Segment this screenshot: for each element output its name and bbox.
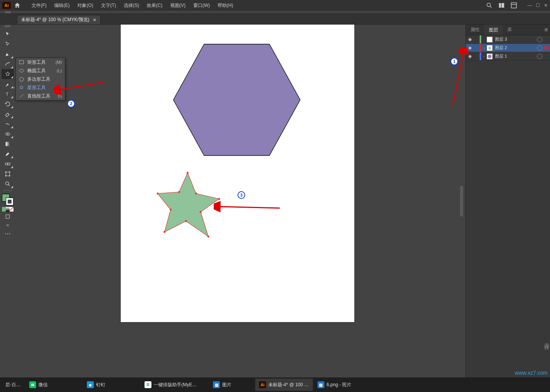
taskbar-item[interactable]: Ai未标题-4* @ 100 … xyxy=(255,379,313,391)
menu-view[interactable]: 视图(V) xyxy=(166,1,189,10)
shape-builder-tool-icon[interactable] xyxy=(2,129,14,139)
artboard[interactable] xyxy=(121,25,354,322)
taskbar-item[interactable]: ▨图片 xyxy=(209,379,235,391)
zoom-tool-icon[interactable] xyxy=(2,179,14,189)
menu-help[interactable]: 帮助(H) xyxy=(214,1,237,10)
taskbar-item[interactable]: ✉微信 xyxy=(25,379,52,391)
menu-object[interactable]: 对象(O) xyxy=(73,1,97,10)
menu-select[interactable]: 选择(S) xyxy=(120,1,143,10)
arrange-docs-icon[interactable] xyxy=(498,2,505,9)
expand-arrow-icon[interactable]: › xyxy=(481,46,487,50)
fill-stroke-color-icon[interactable] xyxy=(2,194,13,205)
paintbrush-tool-icon[interactable] xyxy=(2,79,14,89)
blend-tool-icon[interactable] xyxy=(2,159,14,169)
home-icon[interactable] xyxy=(14,2,21,9)
menu-file[interactable]: 文件(F) xyxy=(28,1,50,10)
visibility-toggle-icon[interactable]: ◉ xyxy=(466,45,474,50)
vertical-scrollbar[interactable] xyxy=(460,186,463,217)
svg-point-17 xyxy=(20,69,24,72)
draw-mode-icon[interactable] xyxy=(2,212,14,222)
taskbar-label: 微信 xyxy=(38,382,48,388)
target-icon[interactable] xyxy=(537,54,542,59)
layer-row[interactable]: ◉ › 图层 1 xyxy=(466,52,550,61)
tab-layers[interactable]: 图层 xyxy=(484,25,503,35)
ellipse-icon xyxy=(19,68,24,73)
svg-rect-10 xyxy=(6,172,9,175)
right-panels: 属性 图层 库 ≡ ◉ 图层 3 ◉ › 图层 2 xyxy=(465,25,550,377)
layer-name[interactable]: 图层 3 xyxy=(495,36,537,42)
window-maximize-icon[interactable]: ☐ xyxy=(536,3,540,8)
type-tool-icon[interactable]: T xyxy=(2,89,14,99)
flyout-polygon-tool[interactable]: 多边形工具 xyxy=(16,75,65,83)
star-shape[interactable] xyxy=(157,171,223,239)
workspace: T ⋯ 矩形工具 (M) 椭圆工具 (L) 多边形工具 xyxy=(0,25,550,377)
direct-selection-tool-icon[interactable] xyxy=(2,39,14,49)
screen-mode-icon[interactable] xyxy=(2,222,14,228)
pen-tool-icon[interactable] xyxy=(2,49,14,59)
taskbar-item[interactable]: R一键排版助手(MyE… xyxy=(141,379,201,391)
document-tab[interactable]: 未标题-4* @ 100 % (CMYK/预览) ✕ xyxy=(17,15,101,24)
tab-libraries[interactable]: 库 xyxy=(503,25,517,35)
window-minimize-icon[interactable]: — xyxy=(527,3,532,8)
hexagon-shape[interactable] xyxy=(171,42,302,157)
panel-grip-icon[interactable] xyxy=(5,11,11,13)
workspace-switcher-icon[interactable] xyxy=(510,2,517,9)
artboard-tool-icon[interactable] xyxy=(2,169,14,179)
tools-grip-icon[interactable] xyxy=(0,25,15,28)
polygon-icon xyxy=(19,76,24,82)
flyout-line-tool[interactable]: 直线段工具 (\) xyxy=(16,92,65,100)
taskbar-item[interactable]: ◆钉钉 xyxy=(83,379,109,391)
layer-name[interactable]: 图层 1 xyxy=(495,53,537,59)
panel-menu-icon[interactable]: ≡ xyxy=(542,25,550,35)
expand-arrow-icon[interactable]: › xyxy=(481,55,487,58)
taskbar-item[interactable]: ▨6.png - 照片 xyxy=(314,379,356,391)
shape-tool-icon[interactable] xyxy=(2,69,14,79)
svg-rect-7 xyxy=(6,142,10,146)
svg-marker-18 xyxy=(20,77,24,81)
taskbar-item[interactable]: 层-百… xyxy=(2,379,25,391)
selection-tool-icon[interactable] xyxy=(2,29,14,39)
target-icon[interactable] xyxy=(537,37,542,42)
menubar-right: — ☐ ✕ xyxy=(486,2,548,9)
layer-name[interactable]: 图层 2 xyxy=(495,45,537,51)
svg-rect-3 xyxy=(511,3,517,8)
rotate-tool-icon[interactable] xyxy=(2,99,14,109)
curvature-tool-icon[interactable] xyxy=(2,59,14,69)
visibility-toggle-icon[interactable]: ◉ xyxy=(466,37,474,42)
canvas-area[interactable] xyxy=(15,25,459,377)
visibility-toggle-icon[interactable]: ◉ xyxy=(466,54,474,59)
flyout-rectangle-tool[interactable]: 矩形工具 (M) xyxy=(16,58,65,66)
menu-effect[interactable]: 效果(C) xyxy=(143,1,166,10)
menu-window[interactable]: 窗口(W) xyxy=(189,1,214,10)
svg-text:T: T xyxy=(6,92,8,96)
eraser-tool-icon[interactable] xyxy=(2,109,14,119)
layers-list: ◉ 图层 3 ◉ › 图层 2 ◉ xyxy=(466,35,550,61)
flyout-star-tool[interactable]: 星形工具 xyxy=(16,83,65,92)
menu-edit[interactable]: 编辑(E) xyxy=(50,1,73,10)
tab-properties[interactable]: 属性 xyxy=(466,25,484,35)
svg-rect-1 xyxy=(499,3,501,8)
callout-2: 2 xyxy=(67,100,75,108)
shape-tool-flyout: 矩形工具 (M) 椭圆工具 (L) 多边形工具 星形工具 直线段工具 (\) xyxy=(15,58,65,101)
target-icon[interactable] xyxy=(537,45,542,51)
svg-point-0 xyxy=(487,3,490,7)
edit-toolbar-icon[interactable]: ⋯ xyxy=(2,228,14,238)
selection-indicator-icon xyxy=(545,46,548,50)
search-icon[interactable] xyxy=(486,2,493,9)
close-tab-icon[interactable]: ✕ xyxy=(93,17,96,23)
side-hint-text: 滑 转 xyxy=(543,339,550,341)
layer-row[interactable]: ◉ › 图层 2 xyxy=(466,44,550,52)
width-tool-icon[interactable] xyxy=(2,119,14,129)
menu-type[interactable]: 文字(T) xyxy=(97,1,120,10)
layer-row[interactable]: ◉ 图层 3 xyxy=(466,35,550,44)
color-mode-swatches[interactable] xyxy=(2,207,13,212)
flyout-ellipse-tool[interactable]: 椭圆工具 (L) xyxy=(16,66,65,75)
line-icon xyxy=(19,93,24,99)
taskbar-label: 钉钉 xyxy=(96,382,105,388)
eyedropper-tool-icon[interactable] xyxy=(2,149,14,159)
taskbar-label: 未标题-4* @ 100 … xyxy=(268,382,309,388)
svg-rect-2 xyxy=(502,3,504,8)
window-close-icon[interactable]: ✕ xyxy=(544,3,548,8)
watermark: www.xz7.com xyxy=(515,370,548,376)
gradient-tool-icon[interactable] xyxy=(2,139,14,149)
